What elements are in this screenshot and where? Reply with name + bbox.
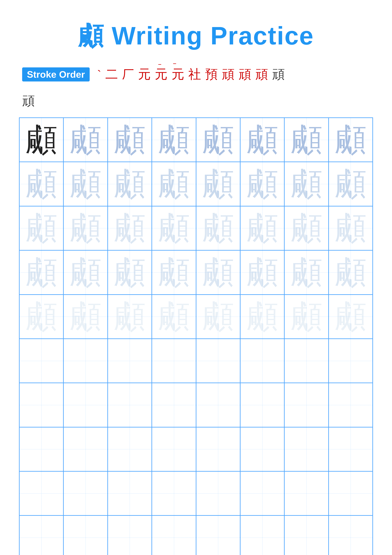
grid-cell: 顑	[64, 162, 107, 206]
practice-char-light: 顑	[26, 212, 57, 244]
grid-cell: 顑	[328, 206, 373, 250]
grid-cell-empty[interactable]	[196, 515, 240, 555]
grid-cell-empty[interactable]	[196, 427, 240, 471]
practice-char-light: 顑	[158, 301, 190, 332]
grid-cell-empty[interactable]	[19, 515, 64, 555]
grid-cell: 顑	[284, 162, 328, 206]
practice-char-light: 顑	[158, 212, 190, 244]
grid-cell-empty[interactable]	[328, 339, 373, 383]
grid-cell-empty[interactable]	[19, 383, 64, 427]
grid-cell: 顑	[19, 250, 64, 294]
grid-cell-empty[interactable]	[19, 427, 64, 471]
grid-cell-empty[interactable]	[328, 427, 373, 471]
practice-char-light: 顑	[202, 124, 234, 156]
practice-char-light: 顑	[335, 301, 366, 332]
stroke-2: 二	[105, 66, 118, 83]
practice-char-light: 顑	[247, 301, 278, 332]
grid-cell-empty[interactable]	[196, 339, 240, 383]
practice-char-dark: 顑	[26, 124, 57, 156]
practice-char-light: 顑	[247, 124, 278, 156]
grid-cell: 顑	[108, 250, 152, 294]
grid-cell-empty[interactable]	[284, 515, 328, 555]
grid-cell: 顑	[152, 295, 196, 339]
stroke-final-char: 頑	[22, 94, 35, 108]
grid-cell: 顑	[196, 295, 240, 339]
grid-cell: 顑	[284, 118, 328, 162]
practice-char-light: 顑	[158, 124, 190, 156]
grid-cell-empty[interactable]	[284, 339, 328, 383]
stroke-order-line2: 頑	[19, 92, 373, 110]
grid-cell-empty[interactable]	[108, 427, 152, 471]
grid-cell-empty[interactable]	[152, 515, 196, 555]
grid-cell: 顑	[152, 118, 196, 162]
grid-cell-empty[interactable]	[328, 471, 373, 515]
stroke-order-section: Stroke Order ` 二 厂 元 元̅ 元̅̅ 社 預 頑 頑 頑 頑	[19, 66, 373, 83]
grid-row-10	[19, 515, 373, 555]
grid-cell: 顑	[284, 206, 328, 250]
grid-cell-empty[interactable]	[328, 383, 373, 427]
grid-cell: 顑	[19, 162, 64, 206]
stroke-10: 頑	[239, 66, 251, 83]
stroke-sequence: ` 二 厂 元 元̅ 元̅̅ 社 預 頑 頑 頑 頑	[96, 66, 286, 83]
stroke-3: 厂	[122, 66, 134, 82]
grid-cell: 顑	[64, 250, 107, 294]
practice-char-light: 顑	[26, 301, 57, 332]
grid-cell-empty[interactable]	[108, 515, 152, 555]
grid-cell-empty[interactable]	[240, 427, 284, 471]
grid-cell: 顑	[64, 206, 107, 250]
grid-cell-empty[interactable]	[240, 471, 284, 515]
practice-char-light: 顑	[114, 124, 145, 156]
grid-cell-empty[interactable]	[240, 383, 284, 427]
practice-char-light: 顑	[70, 301, 101, 332]
practice-char-light: 顑	[26, 257, 57, 288]
grid-cell-empty[interactable]	[19, 339, 64, 383]
stroke-6: 元̅̅	[171, 66, 184, 83]
grid-cell: 顑	[196, 250, 240, 294]
grid-cell: 顑	[152, 250, 196, 294]
grid-cell: 顑	[108, 118, 152, 162]
grid-cell: 顑	[328, 162, 373, 206]
grid-cell: 顑	[196, 162, 240, 206]
grid-row-3: 顑 顑 顑 顑 顑 顑 顑 顑	[19, 206, 373, 250]
grid-cell-empty[interactable]	[19, 471, 64, 515]
practice-char-light: 顑	[70, 124, 101, 156]
grid-cell-empty[interactable]	[64, 471, 107, 515]
practice-grid: 顑 顑 顑 顑 顑 顑 顑 顑	[19, 117, 373, 555]
practice-char-light: 顑	[202, 212, 234, 244]
grid-cell: 顑	[64, 295, 107, 339]
grid-cell: 顑	[240, 118, 284, 162]
stroke-4: 元	[138, 66, 151, 83]
page: 顑 Writing Practice Stroke Order ` 二 厂 元 …	[0, 0, 392, 555]
grid-cell: 顑	[240, 162, 284, 206]
stroke-8: 預	[205, 66, 218, 83]
grid-cell-empty[interactable]	[328, 515, 373, 555]
grid-cell-empty[interactable]	[284, 471, 328, 515]
grid-cell-empty[interactable]	[152, 339, 196, 383]
practice-char-light: 顑	[335, 124, 366, 156]
grid-cell-empty[interactable]	[152, 427, 196, 471]
grid-cell-empty[interactable]	[64, 515, 107, 555]
practice-char-light: 顑	[202, 168, 234, 200]
practice-char-light: 顑	[291, 212, 322, 244]
stroke-5: 元̅	[155, 66, 167, 83]
grid-cell-empty[interactable]	[108, 339, 152, 383]
grid-cell-empty[interactable]	[152, 383, 196, 427]
grid-cell: 顑	[108, 295, 152, 339]
grid-cell-empty[interactable]	[64, 383, 107, 427]
grid-cell-empty[interactable]	[108, 471, 152, 515]
grid-cell: 顑	[328, 118, 373, 162]
practice-char-light: 顑	[70, 257, 101, 288]
grid-cell-empty[interactable]	[108, 383, 152, 427]
grid-cell-empty[interactable]	[284, 427, 328, 471]
grid-cell-empty[interactable]	[196, 383, 240, 427]
grid-cell-empty[interactable]	[64, 339, 107, 383]
grid-cell-empty[interactable]	[240, 339, 284, 383]
stroke-7: 社	[188, 66, 201, 83]
grid-cell-empty[interactable]	[240, 515, 284, 555]
grid-cell: 顑	[152, 162, 196, 206]
grid-cell-empty[interactable]	[284, 383, 328, 427]
grid-cell-empty[interactable]	[196, 471, 240, 515]
grid-cell-empty[interactable]	[152, 471, 196, 515]
grid-cell-empty[interactable]	[64, 427, 107, 471]
grid-row-1: 顑 顑 顑 顑 顑 顑 顑 顑	[19, 118, 373, 162]
